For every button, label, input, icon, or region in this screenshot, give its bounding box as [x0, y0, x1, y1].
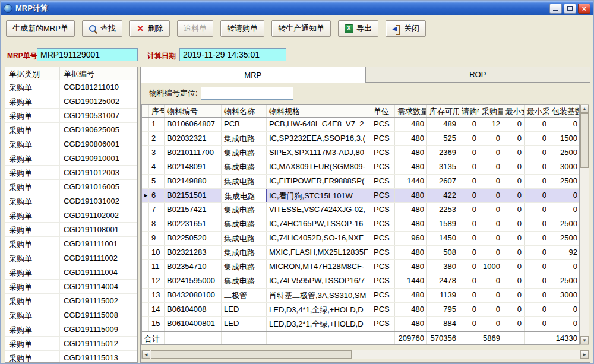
doc-row[interactable]: 采购单CGD191012003 — [5, 166, 137, 180]
grid-header-cell[interactable]: 包装基数 — [549, 105, 580, 117]
grid-cell: VITESSE,VSC7424XJG-02, — [267, 203, 371, 217]
doc-row[interactable]: 采购单CGD191102002 — [5, 208, 137, 223]
scroll-right-button[interactable]: ► — [580, 350, 589, 359]
horizontal-scrollbar[interactable]: ◄ ► — [141, 350, 589, 359]
grid-cell: 0 — [479, 132, 503, 145]
doc-row[interactable]: 采购单CGD191111002 — [5, 251, 137, 265]
grid-header-cell[interactable]: 需求数量 — [395, 105, 427, 117]
tab-rop[interactable]: ROP — [366, 67, 591, 83]
grid-row[interactable]: 9B02250520集成电路IC,74HC4052D,SO-16,NXFPCS9… — [142, 232, 579, 246]
grid-header-cell[interactable]: 物料规格 — [267, 105, 371, 117]
doc-type-cell: 采购单 — [5, 194, 60, 208]
doc-row[interactable]: 采购单CGD191115012 — [5, 337, 137, 351]
doc-row[interactable]: 采购单CGD191111004 — [5, 265, 137, 280]
grid-row[interactable]: 15B0610400801LEDLED,D3,2*1,全绿,+HOLD,DPCS… — [142, 317, 579, 331]
grid-cell: PCB — [222, 118, 267, 131]
close-button[interactable] — [578, 4, 590, 14]
to-purchase-request-button[interactable]: 转请购单 — [220, 20, 264, 37]
to-production-notice-button[interactable]: 转生产通知单 — [271, 20, 331, 37]
grid-row[interactable]: ►6B02151501集成电路IC,看门狗,STC15L101WPCS48042… — [142, 189, 579, 203]
grid-cell: 0 — [479, 160, 503, 174]
doc-row[interactable]: 采购单CGD191108001 — [5, 223, 137, 237]
find-button[interactable]: 查找 — [82, 20, 122, 37]
total-label: 合计 — [142, 332, 165, 345]
grid-header-cell[interactable]: 物料名称 — [222, 105, 267, 117]
grid-row[interactable]: 10B02321283集成电路MXIC,FLASH,MX25L12835FPCS… — [142, 246, 579, 260]
grid-row[interactable]: 3B0210111700集成电路SIPEX,SPX1117M3-ADJ,80PC… — [142, 146, 579, 160]
doc-row[interactable]: 采购单CGD191111001 — [5, 237, 137, 251]
grid-header-cell[interactable]: 单位 — [371, 105, 395, 117]
grid-row[interactable]: 2B02032321集成电路IC,SP3232EEA,SSOP16,3.(PCS… — [142, 132, 579, 146]
maximize-button[interactable] — [564, 4, 576, 14]
grid-row[interactable]: 4B02148091集成电路IC,MAX809TEUR(SGM809-PCS48… — [142, 160, 579, 175]
grid-cell: PCS — [371, 203, 395, 217]
grid-cell: 0 — [459, 118, 479, 131]
doc-row[interactable]: 采购单CGD190125002 — [5, 94, 137, 109]
vertical-scroll-thumb[interactable] — [580, 113, 589, 168]
material-locator-input[interactable] — [201, 87, 293, 100]
grid-cell: 0 — [525, 303, 549, 316]
row-indicator-cell — [142, 203, 149, 217]
grid-cell: PCS — [371, 317, 395, 331]
grid-header-cell[interactable]: 物料编号 — [165, 105, 222, 117]
grid-row[interactable]: 7B02157421集成电路VITESSE,VSC7424XJG-02,PCS4… — [142, 203, 579, 217]
doc-row[interactable]: 采购单CGD191115013 — [5, 351, 137, 363]
grid-row[interactable]: 8B02231651集成电路IC,74HC165PW,TSSOP-16PCS48… — [142, 217, 579, 232]
doc-row[interactable]: 采购单CGD190531007 — [5, 109, 137, 123]
grid-cell: 2500 — [549, 232, 580, 245]
row-indicator-cell — [142, 175, 149, 188]
mrp-no-input[interactable] — [37, 48, 138, 61]
vertical-scrollbar[interactable]: ▲ ▼ — [580, 104, 589, 345]
doc-row[interactable]: 采购单CGD191016005 — [5, 180, 137, 194]
export-button[interactable]: 导出 — [338, 20, 378, 37]
grid-header-cell[interactable]: 采购量 — [479, 105, 503, 117]
tab-mrp[interactable]: MRP — [140, 67, 366, 83]
grid-cell: 0 — [525, 160, 549, 174]
grid-row[interactable]: 11B02354710集成电路MICRON,MT47H128M8CF-PCS48… — [142, 260, 579, 274]
minimize-button[interactable] — [549, 4, 562, 14]
horizontal-scroll-thumb[interactable] — [151, 350, 352, 359]
doc-number-cell: CGD191115002 — [60, 294, 137, 308]
doc-type-header[interactable]: 单据类别 — [5, 67, 60, 80]
doc-row[interactable]: 采购单CGD191114004 — [5, 280, 137, 294]
doc-row[interactable]: 采购单CGD191115002 — [5, 294, 137, 308]
doc-type-cell: 采购单 — [5, 208, 60, 222]
grid-row[interactable]: 5B02149880集成电路IC,FITIPOWER,FR9888SP(PCS1… — [142, 175, 579, 189]
scroll-down-button[interactable]: ▼ — [580, 336, 589, 344]
grid-header-cell[interactable]: 库存可用量 — [427, 105, 459, 117]
calc-date-input[interactable] — [179, 48, 286, 61]
scroll-up-button[interactable]: ▲ — [580, 105, 589, 113]
doc-row[interactable]: 采购单CGD190806001 — [5, 137, 137, 151]
total-cell — [371, 332, 395, 345]
delete-button[interactable]: 删除 — [129, 20, 170, 37]
grid-header-cell[interactable]: 请购中采购量 — [459, 105, 479, 117]
doc-row[interactable]: 采购单CGD191031002 — [5, 194, 137, 208]
grid-cell: LED,D3,4*1,全绿,+HOLD,D — [267, 303, 371, 316]
grid-row[interactable]: 1B0106064807PCBPCB,HW-648I_G4E8_V7_2PCS4… — [142, 118, 579, 132]
doc-row[interactable]: 采购单CGD191115008 — [5, 308, 137, 322]
grid-row[interactable]: 13B0432080100二极管肖特基二极管,3A,SS310,SMPCS480… — [142, 289, 579, 303]
toolbar: 生成新的MRP单 查找 删除 追料单 转请购单 转生产通知单 导出 关闭 — [6, 20, 426, 37]
doc-number-header[interactable]: 单据编号 — [60, 67, 137, 80]
doc-row[interactable]: 采购单CGD181211010 — [5, 80, 137, 94]
doc-row[interactable]: 采购单CGD190910001 — [5, 151, 137, 166]
grid-header-cell[interactable]: 最小采购量 — [525, 105, 549, 117]
scroll-left-button[interactable]: ◄ — [142, 350, 150, 359]
grid-cell: 集成电路 — [222, 274, 267, 288]
grid-cell: 1440 — [395, 175, 427, 188]
grid-header-cell[interactable]: 序号 — [149, 105, 165, 117]
grid-header-cell[interactable]: 最小安全量 — [503, 105, 525, 117]
grid-cell: 肖特基二极管,3A,SS310,SM — [267, 289, 371, 302]
doc-row[interactable]: 采购单CGD190625005 — [5, 123, 137, 137]
app-icon — [4, 4, 12, 13]
grid-cell: 1450 — [427, 232, 459, 245]
close-form-button[interactable]: 关闭 — [386, 20, 426, 37]
grid-row[interactable]: 12B0241595000集成电路IC,74LV595PW,TSSOP16/7P… — [142, 274, 579, 289]
new-mrp-button[interactable]: 生成新的MRP单 — [6, 20, 75, 37]
grid-row[interactable]: 14B06104008LEDLED,D3,4*1,全绿,+HOLD,DPCS48… — [142, 303, 579, 317]
total-cell — [267, 332, 371, 345]
doc-row[interactable]: 采购单CGD191115009 — [5, 322, 137, 337]
chase-material-button[interactable]: 追料单 — [177, 20, 213, 37]
doc-number-cell: CGD190125002 — [60, 94, 137, 108]
grid-cell: 508 — [427, 246, 459, 259]
